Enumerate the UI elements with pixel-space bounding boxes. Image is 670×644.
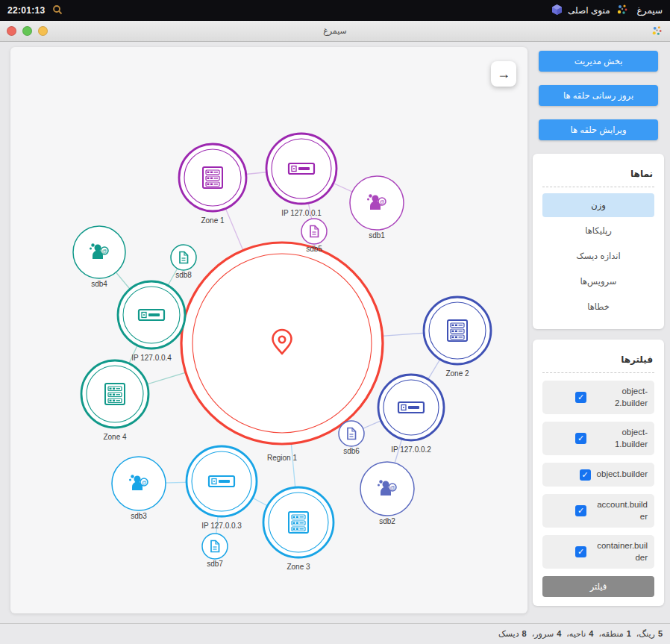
view-item-errors[interactable]: خطاها [542, 295, 654, 319]
checkbox-checked-icon[interactable]: ✓ [580, 469, 591, 481]
filters-panel-header: فیلترها [542, 348, 654, 373]
svg-text:@: @ [379, 199, 384, 204]
stat-rings-label: رینگ، [636, 629, 655, 639]
edit-rings-button[interactable]: ویرایش حلقه ها [539, 119, 658, 140]
window-titlebar: سیمرغ [0, 21, 670, 42]
svg-text:@: @ [389, 485, 395, 490]
graph-node-label: IP 127.0.0.4 [131, 354, 172, 362]
filter-row: object-2.builder ✓ [542, 381, 654, 414]
graph-node-sdb7[interactable]: sdb7 [202, 534, 228, 568]
graph-node-zone2[interactable]: Zone 2 [424, 297, 491, 378]
stat-rings-count: 5 [658, 629, 663, 639]
graph-node-ip3[interactable]: IP 127.0.0.3 [187, 446, 257, 530]
system-topbar: 22:01:13 منوی اصلی سیمرغ [0, 0, 670, 21]
stat-regions-label: منطقه، [598, 629, 623, 639]
filter-label: object.builder [597, 469, 648, 481]
main-menu-item[interactable]: منوی اصلی [568, 5, 610, 16]
graph-node-label: sdb2 [379, 517, 395, 525]
graph-node-ip1[interactable]: IP 127.0.0.1 [266, 134, 336, 217]
update-rings-button[interactable]: بروز رسانی حلقه ها [539, 85, 658, 106]
graph-node-label: sdb8 [175, 271, 192, 279]
graph-node-zone1[interactable]: Zone 1 [179, 144, 246, 225]
checkbox-checked-icon[interactable]: ✓ [575, 433, 586, 444]
stat-servers-label: سرور، [532, 629, 554, 639]
filter-row: object-1.builder ✓ [542, 422, 654, 455]
checkbox-checked-icon[interactable]: ✓ [575, 392, 586, 403]
graph-node-label: Zone 1 [201, 216, 225, 225]
graph-node-sdb6[interactable]: sdb6 [339, 421, 364, 455]
stat-zones-count: 4 [589, 629, 593, 639]
sidebar: بخش مدیریت بروز رسانی حلقه ها ویرایش حلق… [533, 47, 664, 616]
filter-label: object-1.builder [592, 427, 648, 450]
graph-node-sdb4[interactable]: @sdb4 [73, 226, 125, 288]
stat-regions-count: 1 [627, 629, 631, 639]
views-panel: نماها وزن رپلیکاها اندازه دیسک سرویس‌ها … [533, 154, 664, 329]
filter-row: account.builder ✓ [542, 494, 654, 528]
view-item-weight[interactable]: وزن [542, 193, 654, 217]
graph-node-label: IP 127.0.0.1 [281, 209, 322, 217]
graph-node-label: Zone 3 [287, 563, 310, 571]
server-icon [203, 167, 222, 188]
filter-row: object.builder ✓ [542, 463, 654, 487]
graph-node-ip4[interactable]: IP 127.0.0.4 [118, 281, 185, 362]
filter-label: account.builder [592, 499, 648, 522]
stat-servers-count: 4 [557, 629, 561, 639]
filter-label: object-2.builder [592, 386, 648, 409]
graph-node-label: sdb1 [369, 231, 385, 240]
server-icon [289, 512, 308, 533]
search-icon[interactable] [52, 4, 63, 17]
checkbox-checked-icon[interactable]: ✓ [575, 546, 586, 557]
expand-panel-button[interactable]: → [491, 61, 516, 87]
view-item-disk-size[interactable]: اندازه دیسک [542, 244, 654, 268]
window-title: سیمرغ [0, 26, 670, 36]
filters-panel: فیلترها object-2.builder ✓ object-1.buil… [533, 340, 664, 606]
app-logo-icon [651, 25, 663, 40]
graph-node-label: Region 1 [267, 454, 297, 462]
graph-node-zone4[interactable]: Zone 4 [81, 360, 148, 441]
management-section-button[interactable]: بخش مدیریت [539, 51, 658, 72]
stat-disks-label: دیسک [498, 629, 519, 639]
apply-filter-button[interactable]: فیلتر [542, 576, 654, 597]
cube-icon [552, 4, 562, 17]
graph-node-label: sdb6 [343, 447, 360, 455]
graph-node-label: Zone 4 [103, 433, 127, 441]
main-area: Region 1 Zone 1 IP 127.0.0.1 @sdb1 sdb5 [0, 42, 670, 623]
topology-graph: Region 1 Zone 1 IP 127.0.0.1 @sdb1 sdb5 [10, 47, 527, 613]
filter-row: container.builder ✓ [542, 535, 654, 569]
clock: 22:01:13 [7, 5, 45, 16]
graph-node-label: sdb5 [306, 245, 322, 253]
graph-node-sdb2[interactable]: @sdb2 [360, 462, 414, 525]
view-item-services[interactable]: سرویس‌ها [542, 269, 654, 293]
svg-text:@: @ [101, 248, 107, 254]
stat-zones-label: ناحیه، [566, 629, 586, 639]
server-icon [448, 320, 467, 341]
graph-node-label: IP 127.0.0.2 [391, 446, 431, 454]
graph-node-sdb1[interactable]: @sdb1 [350, 176, 404, 240]
graph-node-zone3[interactable]: Zone 3 [263, 487, 334, 571]
filter-label: container.builder [592, 540, 648, 563]
view-item-replicas[interactable]: رپلیکاها [542, 219, 654, 243]
graph-node-label: sdb7 [207, 560, 223, 568]
graph-node-label: sdb3 [131, 512, 147, 520]
checkbox-checked-icon[interactable]: ✓ [575, 505, 586, 516]
graph-node-label: sdb4 [91, 280, 107, 288]
app-menu-item[interactable]: سیمرغ [637, 5, 663, 16]
graph-node-ip2[interactable]: IP 127.0.0.2 [378, 375, 444, 454]
graph-node-label: Zone 2 [445, 369, 469, 378]
graph-node-sdb3[interactable]: @sdb3 [112, 457, 166, 520]
views-panel-header: نماها [542, 163, 654, 187]
statusbar: 5 رینگ، 1 منطقه، 4 ناحیه، 4 سرور، 8 دیسک [0, 623, 670, 644]
server-icon [105, 384, 125, 404]
stat-disks-count: 8 [522, 629, 527, 639]
ring-topology-canvas[interactable]: Region 1 Zone 1 IP 127.0.0.1 @sdb1 sdb5 [10, 47, 527, 613]
graph-node-label: IP 127.0.0.3 [201, 522, 242, 530]
svg-text:@: @ [141, 480, 146, 485]
molecule-icon [616, 4, 628, 18]
ring-stats: 5 رینگ، 1 منطقه، 4 ناحیه، 4 سرور، 8 دیسک [496, 629, 663, 639]
